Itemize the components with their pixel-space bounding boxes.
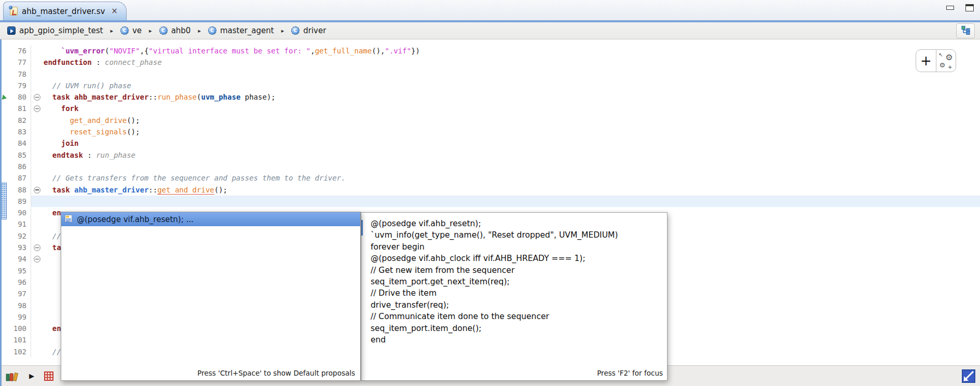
fold-marker[interactable] bbox=[31, 149, 44, 161]
fold-marker[interactable] bbox=[31, 265, 44, 277]
breadcrumb-separator-icon: ▸ bbox=[198, 27, 201, 34]
breadcrumb-item-ahb0[interactable]: C ahb0 bbox=[157, 25, 193, 36]
fold-marker[interactable] bbox=[31, 288, 44, 299]
code-text[interactable]: join bbox=[44, 137, 980, 149]
code-line: 80 task ahb_master_driver::run_phase(uvm… bbox=[0, 91, 980, 103]
code-text[interactable]: // UVM run() phase bbox=[44, 80, 980, 91]
line-number[interactable]: 88 bbox=[7, 184, 31, 196]
fold-marker[interactable] bbox=[31, 253, 44, 265]
fold-marker[interactable] bbox=[31, 172, 44, 184]
code-text[interactable]: get_and_drive(); bbox=[44, 115, 980, 126]
line-number[interactable]: 89 bbox=[7, 196, 31, 207]
code-text[interactable]: endfunction : connect_phase bbox=[44, 57, 980, 68]
maximize-icon[interactable] bbox=[965, 4, 974, 11]
fold-marker[interactable] bbox=[31, 334, 44, 346]
code-text[interactable]: task ahb_master_driver::get_and_drive(); bbox=[44, 184, 980, 196]
line-number[interactable]: 83 bbox=[7, 126, 31, 137]
tab-close-icon[interactable]: × bbox=[111, 7, 118, 15]
line-number[interactable]: 77 bbox=[7, 57, 31, 68]
line-number[interactable]: 84 bbox=[7, 137, 31, 149]
line-number[interactable]: 101 bbox=[7, 334, 31, 346]
fold-marker[interactable] bbox=[31, 346, 44, 357]
fold-marker[interactable] bbox=[31, 311, 44, 323]
line-number[interactable]: 100 bbox=[7, 323, 31, 334]
proposal-item-selected[interactable]: @(posedge vif.ahb_resetn); ... bbox=[61, 212, 360, 226]
preview-code-line: // Communicate item done to the sequence… bbox=[371, 311, 663, 322]
line-number[interactable]: 102 bbox=[7, 346, 31, 357]
code-line: 79 // UVM run() phase bbox=[0, 80, 980, 91]
line-number[interactable]: 86 bbox=[7, 161, 31, 172]
breadcrumb-item-master_agent[interactable]: C master_agent bbox=[206, 25, 276, 36]
line-number[interactable]: 79 bbox=[7, 80, 31, 91]
fold-marker[interactable] bbox=[31, 45, 44, 57]
code-text[interactable]: // Gets transfers from the sequencer and… bbox=[44, 172, 980, 184]
line-number[interactable]: 87 bbox=[7, 172, 31, 184]
line-number[interactable]: 90 bbox=[7, 207, 31, 218]
line-number[interactable]: 91 bbox=[7, 218, 31, 230]
code-text[interactable]: reset_signals(); bbox=[44, 126, 980, 137]
code-text[interactable]: task ahb_master_driver::run_phase(uvm_ph… bbox=[44, 91, 980, 103]
code-text[interactable]: `uvm_error("NOVIF",{"virtual interface m… bbox=[44, 45, 980, 57]
add-button[interactable]: + bbox=[916, 50, 936, 72]
line-number[interactable]: 81 bbox=[7, 103, 31, 114]
code-text[interactable]: endtask : run_phase bbox=[44, 149, 980, 161]
code-text[interactable] bbox=[44, 161, 980, 172]
fold-marker[interactable] bbox=[31, 184, 44, 196]
line-number[interactable]: 97 bbox=[7, 288, 31, 299]
sv-file-icon bbox=[10, 7, 18, 16]
line-number[interactable]: 82 bbox=[7, 115, 31, 126]
code-text[interactable] bbox=[44, 196, 980, 207]
show-hierarchy-button[interactable] bbox=[956, 23, 975, 38]
fold-marker[interactable] bbox=[31, 103, 44, 114]
minimize-icon[interactable] bbox=[946, 6, 954, 10]
line-number[interactable]: 76 bbox=[7, 45, 31, 57]
fold-marker[interactable] bbox=[31, 207, 44, 218]
code-text[interactable] bbox=[44, 68, 980, 80]
fold-marker[interactable] bbox=[31, 161, 44, 172]
library-books-icon[interactable] bbox=[5, 370, 20, 382]
expand-arrow-icon[interactable]: ▶ bbox=[29, 372, 34, 380]
code-line: 86 bbox=[0, 161, 980, 172]
fold-marker[interactable] bbox=[31, 91, 44, 103]
breadcrumb-item-ve[interactable]: C ve bbox=[118, 25, 144, 36]
fold-marker[interactable] bbox=[31, 242, 44, 253]
fold-marker[interactable] bbox=[31, 68, 44, 80]
breadcrumb-item-driver[interactable]: C driver bbox=[289, 25, 328, 36]
code-text[interactable]: fork bbox=[44, 103, 980, 114]
fold-marker[interactable] bbox=[31, 57, 44, 68]
code-line: 87 // Gets transfers from the sequencer … bbox=[0, 172, 980, 184]
line-number[interactable]: 78 bbox=[7, 68, 31, 80]
line-number[interactable]: 92 bbox=[7, 230, 31, 242]
fold-marker[interactable] bbox=[31, 230, 44, 242]
line-number[interactable]: 94 bbox=[7, 253, 31, 265]
breadcrumb-item-apb_gpio_simple_test[interactable]: apb_gpio_simple_test bbox=[5, 25, 105, 36]
fold-marker[interactable] bbox=[31, 277, 44, 288]
preview-code-line: seq_item_port.get_next_item(req); bbox=[371, 276, 663, 287]
fold-marker[interactable] bbox=[31, 126, 44, 137]
tab-title: ahb_master_driver.sv bbox=[22, 7, 105, 16]
line-number[interactable]: 85 bbox=[7, 149, 31, 161]
status-bar-right bbox=[961, 366, 976, 386]
fold-marker[interactable] bbox=[31, 196, 44, 207]
restore-pane-icon[interactable] bbox=[961, 369, 976, 383]
fold-marker[interactable] bbox=[31, 323, 44, 334]
line-number[interactable]: 93 bbox=[7, 242, 31, 253]
ide-window: ahb_master_driver.sv × apb_gpio_simple_t… bbox=[0, 0, 980, 386]
fold-marker[interactable] bbox=[31, 300, 44, 311]
fold-marker[interactable] bbox=[31, 137, 44, 149]
preview-code-line: // Get new item from the sequencer bbox=[371, 265, 663, 276]
line-number[interactable]: 80 bbox=[7, 91, 31, 103]
line-number[interactable]: 98 bbox=[7, 300, 31, 311]
line-number[interactable]: 96 bbox=[7, 277, 31, 288]
code-line: 84 join bbox=[0, 137, 980, 149]
fold-marker[interactable] bbox=[31, 218, 44, 230]
preview-code-line: drive_transfer(req); bbox=[371, 299, 663, 311]
settings-button[interactable]: ⚙ ⚙ ↖ + bbox=[936, 50, 956, 72]
tab-ahb-master-driver[interactable]: ahb_master_driver.sv × bbox=[3, 2, 127, 20]
line-number[interactable]: 99 bbox=[7, 311, 31, 323]
grid-icon[interactable] bbox=[44, 371, 54, 381]
fold-marker[interactable] bbox=[31, 115, 44, 126]
fold-marker[interactable] bbox=[31, 80, 44, 91]
line-number[interactable]: 95 bbox=[7, 265, 31, 277]
proposal-preview-pane: @(posedge vif.ahb_resetn);`uvm_info(get_… bbox=[361, 212, 668, 381]
